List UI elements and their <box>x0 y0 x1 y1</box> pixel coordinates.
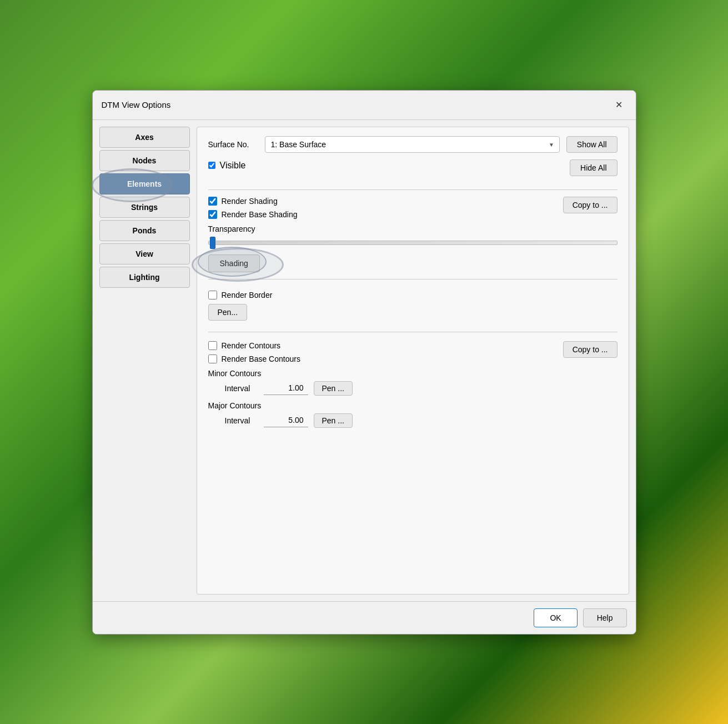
minor-interval-row: Interval Pen ... <box>225 381 617 396</box>
title-bar: DTM View Options ✕ <box>93 91 636 120</box>
major-contours-section: Major Contours Interval Pen ... <box>208 401 617 428</box>
minor-contours-section: Minor Contours Interval Pen ... <box>208 369 617 396</box>
sidebar-item-view[interactable]: View <box>99 243 190 264</box>
hide-all-button[interactable]: Hide All <box>570 159 617 176</box>
show-all-button[interactable]: Show All <box>566 136 617 153</box>
sidebar-item-strings[interactable]: Strings <box>99 197 190 218</box>
render-contours-row: Render Contours <box>208 341 300 350</box>
dialog-footer: OK Help <box>93 601 636 634</box>
sidebar-item-lighting[interactable]: Lighting <box>99 267 190 288</box>
sidebar-item-ponds[interactable]: Ponds <box>99 220 190 241</box>
dialog: DTM View Options ✕ Axes Nodes Elements S… <box>92 90 636 635</box>
contours-section: Render Contours Render Base Contours Cop… <box>208 341 617 431</box>
shading-section: Render Shading Render Base Shading Copy … <box>208 197 617 272</box>
contours-header: Render Contours Render Base Contours Cop… <box>208 341 617 363</box>
transparency-slider-container <box>208 237 617 249</box>
render-border-row: Render Border <box>208 291 617 299</box>
minor-interval-label: Interval <box>225 384 258 393</box>
dialog-body: Axes Nodes Elements Strings Ponds View L… <box>93 120 636 601</box>
render-shading-label: Render Shading <box>222 197 278 206</box>
render-base-shading-row: Render Base Shading <box>208 210 298 219</box>
transparency-slider-track <box>208 241 617 245</box>
transparency-slider-thumb[interactable] <box>210 237 215 249</box>
border-section: Render Border Pen... <box>208 291 617 321</box>
surface-dropdown-wrapper: 1: Base Surface <box>265 136 560 153</box>
major-contours-label: Major Contours <box>208 401 617 410</box>
render-shading-checkbox[interactable] <box>208 197 217 206</box>
minor-pen-button[interactable]: Pen ... <box>314 381 353 396</box>
minor-contours-label: Minor Contours <box>208 369 617 378</box>
shading-copy-to-button[interactable]: Copy to ... <box>563 197 617 213</box>
help-button[interactable]: Help <box>583 608 627 627</box>
sidebar-item-nodes[interactable]: Nodes <box>99 150 190 171</box>
divider-3 <box>208 332 617 332</box>
surface-row: Surface No. 1: Base Surface Show All <box>208 136 617 153</box>
render-base-shading-label: Render Base Shading <box>222 210 298 219</box>
render-base-contours-label: Render Base Contours <box>222 354 300 363</box>
shading-tab-button[interactable]: Shading <box>208 254 260 272</box>
divider-1 <box>208 189 617 190</box>
shading-checkboxes: Render Shading Render Base Shading <box>208 197 298 219</box>
sidebar: Axes Nodes Elements Strings Ponds View L… <box>99 127 197 595</box>
ok-button[interactable]: OK <box>534 608 577 627</box>
major-interval-label: Interval <box>225 416 258 425</box>
render-shading-row: Render Shading <box>208 197 298 206</box>
render-border-label: Render Border <box>222 291 273 299</box>
contours-checkboxes: Render Contours Render Base Contours <box>208 341 300 363</box>
sidebar-item-axes[interactable]: Axes <box>99 127 190 148</box>
surface-no-label: Surface No. <box>208 140 258 149</box>
main-content: Surface No. 1: Base Surface Show All Vis… <box>197 127 629 595</box>
visible-checkbox[interactable] <box>208 162 215 169</box>
visible-row-wrapper: Visible Hide All <box>208 159 617 176</box>
dialog-title: DTM View Options <box>102 100 171 109</box>
pen-button[interactable]: Pen... <box>208 304 248 321</box>
visible-row: Visible <box>208 161 246 171</box>
shading-section-header: Render Shading Render Base Shading Copy … <box>208 197 617 219</box>
render-contours-checkbox[interactable] <box>208 341 217 350</box>
surface-dropdown[interactable]: 1: Base Surface <box>265 136 560 153</box>
sidebar-item-elements[interactable]: Elements <box>99 173 190 194</box>
render-base-contours-checkbox[interactable] <box>208 354 217 363</box>
render-base-shading-checkbox[interactable] <box>208 210 217 219</box>
transparency-section: Transparency <box>208 224 617 249</box>
render-base-contours-row: Render Base Contours <box>208 354 300 363</box>
visible-label: Visible <box>220 161 246 171</box>
render-contours-label: Render Contours <box>222 341 281 350</box>
transparency-label: Transparency <box>208 224 617 233</box>
divider-2 <box>208 279 617 279</box>
close-button[interactable]: ✕ <box>611 97 627 113</box>
major-pen-button[interactable]: Pen ... <box>314 413 353 428</box>
shading-btn-row: Shading <box>208 254 617 272</box>
contours-copy-to-button[interactable]: Copy to ... <box>563 341 617 358</box>
render-border-checkbox[interactable] <box>208 291 217 299</box>
minor-interval-input[interactable] <box>264 381 308 395</box>
major-interval-row: Interval Pen ... <box>225 413 617 428</box>
major-interval-input[interactable] <box>264 413 308 427</box>
